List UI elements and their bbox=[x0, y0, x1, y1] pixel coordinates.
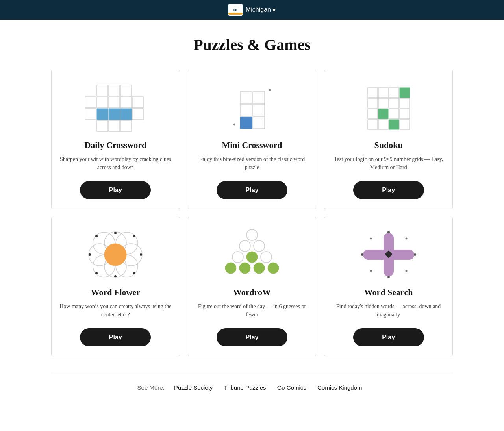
play-button-mini-crossword[interactable]: Play bbox=[217, 181, 287, 199]
chevron-down-icon: ▾ bbox=[272, 6, 276, 14]
svg-rect-10 bbox=[109, 109, 120, 120]
svg-point-76 bbox=[370, 270, 372, 272]
svg-point-65 bbox=[254, 263, 265, 274]
sudoku-image bbox=[357, 82, 420, 133]
svg-rect-36 bbox=[368, 120, 378, 129]
game-desc-daily-crossword: Sharpen your wit with wordplay by cracki… bbox=[59, 155, 172, 172]
svg-point-48 bbox=[104, 244, 126, 266]
svg-point-52 bbox=[140, 253, 142, 256]
svg-rect-28 bbox=[368, 98, 378, 108]
svg-rect-9 bbox=[97, 109, 108, 120]
svg-rect-32 bbox=[368, 109, 378, 119]
footer-link-tribune-puzzles[interactable]: Tribune Puzzles bbox=[224, 384, 266, 391]
game-desc-wordrow: Figure out the word of the day — in 6 gu… bbox=[196, 302, 308, 319]
game-desc-word-search: Find today's hidden words — across, down… bbox=[332, 302, 445, 319]
page-title: Puzzles & Games bbox=[51, 35, 453, 54]
footer-link-go-comics[interactable]: Go Comics bbox=[277, 384, 306, 391]
header-logo[interactable]: m Michigan ▾ bbox=[228, 4, 276, 16]
svg-rect-21 bbox=[240, 117, 252, 129]
footer-link-comics-kingdom[interactable]: Comics Kingdom bbox=[317, 384, 362, 391]
svg-rect-6 bbox=[120, 97, 132, 108]
svg-rect-18 bbox=[253, 92, 265, 104]
game-title-wordrow: WordroW bbox=[233, 287, 271, 298]
game-title-sudoku: Sudoku bbox=[374, 140, 403, 150]
svg-point-51 bbox=[89, 253, 91, 256]
svg-rect-24 bbox=[368, 88, 378, 98]
svg-rect-17 bbox=[240, 92, 252, 104]
play-button-word-search[interactable]: Play bbox=[353, 328, 424, 346]
svg-rect-29 bbox=[378, 98, 388, 108]
svg-point-56 bbox=[133, 272, 135, 274]
game-card-daily-crossword[interactable]: Daily Crossword Sharpen your wit with wo… bbox=[51, 70, 180, 209]
site-header: m Michigan ▾ bbox=[0, 0, 504, 20]
svg-rect-30 bbox=[389, 98, 399, 108]
svg-rect-3 bbox=[85, 97, 96, 108]
svg-rect-38 bbox=[389, 120, 399, 129]
mini-crossword-image bbox=[220, 82, 284, 133]
svg-point-50 bbox=[114, 275, 117, 277]
game-title-mini-crossword: Mini Crossword bbox=[222, 140, 282, 150]
svg-rect-1 bbox=[109, 85, 120, 96]
word-search-image bbox=[357, 229, 420, 280]
svg-point-72 bbox=[361, 253, 363, 256]
svg-rect-37 bbox=[378, 120, 388, 129]
see-more-label: See More: bbox=[137, 384, 165, 391]
main-content: Puzzles & Games bbox=[43, 20, 461, 414]
svg-rect-27 bbox=[400, 88, 410, 98]
wordrow-image bbox=[220, 229, 284, 280]
svg-rect-12 bbox=[132, 109, 143, 120]
svg-rect-7 bbox=[132, 97, 143, 108]
game-desc-sudoku: Test your logic on our 9×9 number grids … bbox=[332, 155, 445, 172]
svg-point-66 bbox=[268, 263, 279, 274]
site-name-label: Michigan bbox=[246, 6, 271, 13]
svg-rect-35 bbox=[400, 109, 410, 119]
svg-point-61 bbox=[246, 252, 258, 263]
game-title-word-flower: Word Flower bbox=[91, 287, 140, 298]
game-desc-word-flower: How many words you can create, always us… bbox=[59, 302, 172, 319]
svg-point-73 bbox=[414, 253, 416, 256]
svg-rect-11 bbox=[120, 109, 132, 120]
svg-point-60 bbox=[232, 252, 243, 263]
game-desc-mini-crossword: Enjoy this bite-sized version of the cla… bbox=[196, 155, 308, 172]
game-card-word-flower[interactable]: Word Flower How many words you can creat… bbox=[51, 217, 180, 356]
svg-point-57 bbox=[246, 229, 258, 240]
svg-rect-33 bbox=[378, 109, 388, 119]
svg-point-74 bbox=[370, 238, 372, 240]
play-button-sudoku[interactable]: Play bbox=[353, 181, 424, 199]
svg-rect-15 bbox=[120, 120, 132, 131]
svg-point-53 bbox=[95, 235, 98, 237]
svg-point-55 bbox=[95, 272, 98, 274]
game-card-mini-crossword[interactable]: Mini Crossword Enjoy this bite-sized ver… bbox=[188, 70, 317, 209]
play-button-word-flower[interactable]: Play bbox=[80, 328, 151, 346]
svg-point-49 bbox=[114, 232, 117, 234]
svg-rect-0 bbox=[97, 85, 108, 96]
play-button-wordrow[interactable]: Play bbox=[217, 328, 287, 346]
game-card-wordrow[interactable]: WordroW Figure out the word of the day —… bbox=[188, 217, 317, 356]
svg-rect-4 bbox=[97, 97, 108, 108]
game-card-sudoku[interactable]: Sudoku Test your logic on our 9×9 number… bbox=[324, 70, 453, 209]
svg-point-62 bbox=[261, 252, 272, 263]
game-card-word-search[interactable]: Word Search Find today's hidden words — … bbox=[324, 217, 453, 356]
daily-crossword-image bbox=[84, 82, 147, 133]
mlive-logo-icon: m bbox=[228, 4, 243, 16]
svg-rect-22 bbox=[253, 117, 265, 129]
play-button-daily-crossword[interactable]: Play bbox=[80, 181, 151, 199]
word-flower-image bbox=[84, 229, 147, 280]
site-name[interactable]: Michigan ▾ bbox=[246, 6, 276, 14]
svg-rect-13 bbox=[97, 120, 108, 131]
svg-point-16 bbox=[269, 89, 271, 91]
footer-link-puzzle-society[interactable]: Puzzle Society bbox=[174, 384, 213, 391]
svg-rect-14 bbox=[109, 120, 120, 131]
svg-rect-2 bbox=[120, 85, 132, 96]
svg-rect-25 bbox=[378, 88, 388, 98]
footer-links: See More: Puzzle Society Tribune Puzzles… bbox=[51, 372, 453, 391]
game-title-daily-crossword: Daily Crossword bbox=[84, 140, 146, 150]
svg-rect-26 bbox=[389, 88, 399, 98]
svg-rect-34 bbox=[389, 109, 399, 119]
svg-point-77 bbox=[405, 270, 407, 272]
svg-point-71 bbox=[387, 276, 390, 278]
svg-point-64 bbox=[239, 263, 250, 274]
svg-point-63 bbox=[225, 263, 236, 274]
svg-rect-8 bbox=[85, 109, 96, 120]
svg-point-70 bbox=[387, 231, 390, 233]
